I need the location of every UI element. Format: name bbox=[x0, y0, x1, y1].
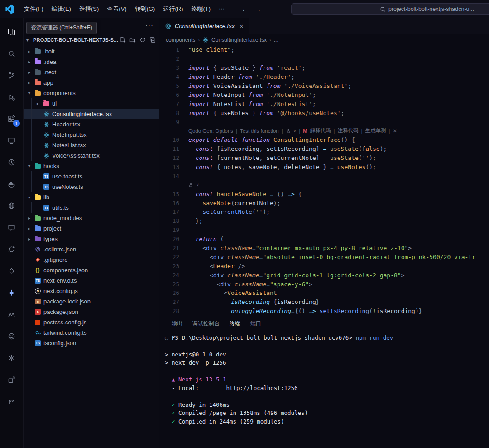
activity-run-debug-icon[interactable] bbox=[1, 86, 23, 108]
codelens-item[interactable]: Test this function bbox=[240, 128, 279, 134]
tree-item-VoiceAssistant.tsx[interactable]: VoiceAssistant.tsx bbox=[24, 150, 159, 161]
activity-export-box-icon[interactable] bbox=[1, 369, 23, 390]
panel-tab-端口[interactable]: 端口 bbox=[246, 317, 265, 330]
codelens-separator: | bbox=[299, 128, 300, 134]
activity-m-logo-icon[interactable] bbox=[1, 390, 23, 412]
codelens-item[interactable]: 生成单测 bbox=[365, 127, 386, 134]
terminal-output[interactable]: ○ PS D:\Desktop\project-bolt-bolt-nextjs… bbox=[159, 331, 489, 448]
tree-item-.next[interactable]: ▸.next bbox=[24, 67, 159, 77]
activity-search-icon[interactable] bbox=[1, 43, 23, 64]
json-braces-icon: {} bbox=[35, 268, 40, 273]
tree-item-utils.ts[interactable]: TSutils.ts bbox=[24, 202, 159, 213]
tree-item-.idea[interactable]: ▸.idea bbox=[24, 57, 159, 67]
menu-item[interactable]: 文件(F) bbox=[20, 3, 48, 15]
codelens-item[interactable]: 注释代码 bbox=[338, 127, 359, 134]
breadcrumb-item[interactable]: ConsultingInterface.tsx bbox=[211, 37, 267, 43]
activity-flame-icon[interactable] bbox=[1, 260, 23, 282]
tree-item-app[interactable]: ▸app bbox=[24, 77, 159, 88]
menu-item[interactable]: 转到(G) bbox=[131, 3, 159, 15]
tree-item-hooks[interactable]: ▾hooks bbox=[24, 161, 159, 171]
qodo-flask-icon[interactable] bbox=[286, 128, 291, 134]
tree-item-project[interactable]: ▸project bbox=[24, 223, 159, 234]
sidebar-more-button[interactable]: ··· bbox=[145, 21, 153, 29]
editor-tab[interactable]: ConsultingInterface.tsx × bbox=[159, 18, 249, 34]
codelens-item[interactable]: 解释代码 bbox=[310, 127, 331, 134]
code-line: 22 <div className="absolute inset-0 bg-g… bbox=[159, 252, 489, 261]
tree-item-tailwind.config.ts[interactable]: tailwind.config.ts bbox=[24, 328, 159, 338]
activity-remote-explorer-icon[interactable] bbox=[1, 130, 23, 151]
panel-tab-终端[interactable]: 终端 bbox=[225, 317, 244, 330]
panel-tab-bar: 输出调试控制台终端端口 bbox=[159, 316, 489, 331]
code-line: 8import { useNotes } from '@/hooks/useNo… bbox=[159, 108, 489, 117]
codelens-close-button[interactable]: ✕ bbox=[393, 128, 398, 134]
activity-qodo-wave-icon[interactable] bbox=[1, 303, 23, 325]
chevron-down-icon[interactable]: ∨ bbox=[196, 183, 199, 187]
chevron-down-icon[interactable]: ∨ bbox=[293, 129, 297, 133]
tree-item-next-env.d.ts[interactable]: TSnext-env.d.ts bbox=[24, 275, 159, 286]
tree-item-types[interactable]: ▸types bbox=[24, 234, 159, 244]
inline-widget-row: ∨ bbox=[159, 180, 489, 189]
tree-item-.bolt[interactable]: ▸.bolt bbox=[24, 46, 159, 57]
tree-item-Header.tsx[interactable]: Header.tsx bbox=[24, 119, 159, 130]
menu-item[interactable]: 编辑(E) bbox=[48, 3, 75, 15]
menu-item[interactable]: 选择(S) bbox=[75, 3, 103, 15]
project-section-header[interactable]: ▾ PROJECT-BOLT-BOLT-NEXTJS-S... bbox=[24, 34, 159, 45]
tree-item-postcss.config.js[interactable]: postcss.config.js bbox=[24, 317, 159, 328]
panel-tab-输出[interactable]: 输出 bbox=[168, 317, 187, 330]
tree-item-lib[interactable]: ▾lib bbox=[24, 192, 159, 202]
activity-globe-icon[interactable] bbox=[1, 195, 23, 217]
nav-forward-button[interactable]: → bbox=[254, 5, 261, 13]
code-editor[interactable]: 1"use client";23import { useState } from… bbox=[159, 45, 489, 316]
tree-item-next.config.js[interactable]: Nnext.config.js bbox=[24, 286, 159, 296]
menu-item[interactable]: 终端(T) bbox=[187, 3, 215, 15]
tree-item-NotesList.tsx[interactable]: NotesList.tsx bbox=[24, 140, 159, 150]
tree-item-label: next-env.d.ts bbox=[43, 277, 77, 284]
tree-item-NoteInput.tsx[interactable]: NoteInput.tsx bbox=[24, 130, 159, 140]
tree-item-components.json[interactable]: {}components.json bbox=[24, 265, 159, 275]
menu-item[interactable]: ··· bbox=[215, 3, 229, 15]
new-file-icon[interactable] bbox=[120, 37, 126, 43]
activity-docker-icon[interactable] bbox=[1, 173, 23, 195]
activity-chat-icon[interactable] bbox=[1, 217, 23, 238]
activity-explorer-icon[interactable] bbox=[1, 21, 23, 43]
code-line: 13 const { notes, saveNote, deleteNote }… bbox=[159, 163, 489, 172]
activity-source-control-icon[interactable] bbox=[1, 64, 23, 86]
qodo-flask-icon[interactable] bbox=[188, 182, 193, 188]
code-line: 28 onToggleRecording={() => setIsRecordi… bbox=[159, 307, 489, 316]
tree-item-ui[interactable]: ▸ui bbox=[24, 98, 159, 109]
tree-item-node_modules[interactable]: ▸node_modules bbox=[24, 213, 159, 223]
tree-item-package-lock.json[interactable]: npackage-lock.json bbox=[24, 296, 159, 307]
breadcrumb-item[interactable]: components bbox=[166, 37, 195, 43]
tree-item-components[interactable]: ▾components bbox=[24, 88, 159, 98]
folder-icon bbox=[35, 195, 41, 200]
tree-item-use-toast.ts[interactable]: TSuse-toast.ts bbox=[24, 171, 159, 182]
activity-sparkle-icon[interactable] bbox=[1, 282, 23, 303]
refresh-icon[interactable] bbox=[139, 37, 146, 43]
tree-item-.gitignore[interactable]: .gitignore bbox=[24, 255, 159, 265]
collapse-all-icon[interactable] bbox=[149, 37, 156, 43]
new-folder-icon[interactable] bbox=[129, 37, 136, 43]
activity-sync-icon[interactable] bbox=[1, 238, 23, 260]
git-icon bbox=[35, 257, 41, 263]
activity-smiley-icon[interactable] bbox=[1, 325, 23, 347]
activity-extensions-icon[interactable]: 1 bbox=[1, 108, 23, 130]
menu-item[interactable]: 运行(R) bbox=[159, 3, 187, 15]
tree-item-label: next.config.js bbox=[43, 288, 78, 294]
tree-item-ConsultingInterface.tsx[interactable]: ConsultingInterface.tsx bbox=[24, 109, 159, 119]
line-number: 2 bbox=[159, 55, 188, 62]
menu-item[interactable]: 查看(V) bbox=[103, 3, 130, 15]
command-center[interactable]: project-bolt-bolt-nextjs-shadcn-u... bbox=[291, 3, 489, 15]
codelens-item[interactable]: Qodo Gen: Options bbox=[188, 128, 233, 134]
tree-item-label: useNotes.ts bbox=[52, 183, 83, 190]
breadcrumb-item[interactable]: ... bbox=[274, 37, 278, 43]
tree-item-.eslintrc.json[interactable]: .eslintrc.json bbox=[24, 244, 159, 255]
tree-item-package.json[interactable]: npackage.json bbox=[24, 307, 159, 317]
activity-timeline-icon[interactable] bbox=[1, 151, 23, 173]
vscode-logo-icon bbox=[5, 4, 15, 14]
tree-item-tsconfig.json[interactable]: TStsconfig.json bbox=[24, 338, 159, 348]
panel-tab-调试控制台[interactable]: 调试控制台 bbox=[188, 317, 224, 330]
nav-back-button[interactable]: ← bbox=[241, 5, 248, 13]
activity-flower-icon[interactable] bbox=[1, 347, 23, 369]
tree-item-useNotes.ts[interactable]: TSuseNotes.ts bbox=[24, 182, 159, 192]
tab-close-button[interactable]: × bbox=[240, 23, 243, 30]
